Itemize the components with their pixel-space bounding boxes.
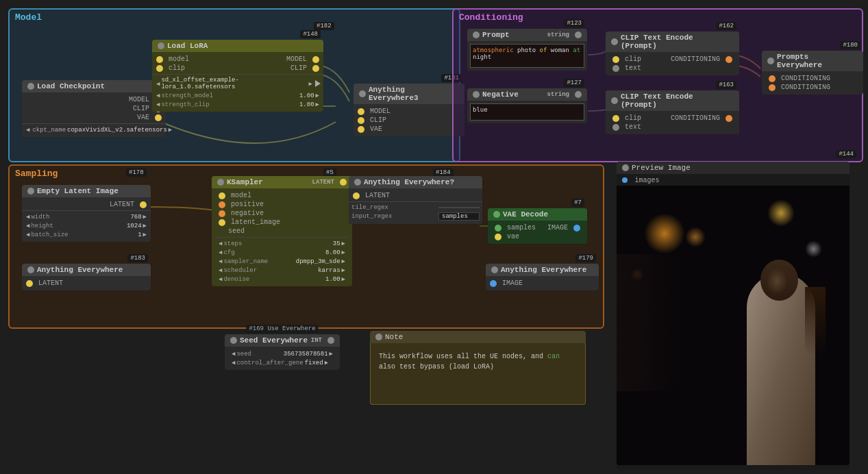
empty-latent-b-right[interactable]: ▶ xyxy=(142,231,148,238)
vae-decode-samples-port xyxy=(495,225,501,232)
load-lora-model-in-label: model xyxy=(169,55,189,63)
load-lora-sm-right[interactable]: ▶ xyxy=(314,92,321,99)
load-checkpoint-ckpt-row[interactable]: ◀ ckpt_name copaxVividXL_v2.safetensors … xyxy=(22,125,166,134)
load-lora-sc-left[interactable]: ◀ xyxy=(155,101,161,108)
preview-images-label: images xyxy=(635,177,660,184)
node-pe-id: #180 xyxy=(840,41,860,49)
ksampler-cfg-row[interactable]: ◀ cfg 8.00 ▶ xyxy=(214,248,349,257)
node-negative-textarea[interactable]: blue xyxy=(470,103,584,121)
light-1 xyxy=(644,213,685,254)
node-load-checkpoint-body: MODEL CLIP VAE ◀ ckpt_name copaxVividXL_… xyxy=(22,92,166,137)
empty-latent-b-left[interactable]: ◀ xyxy=(25,231,31,238)
node-ksampler-out-port xyxy=(340,179,347,186)
load-lora-filename-row[interactable]: ◀ sd_xl_offset_example-lora_1.0.safetens… xyxy=(152,76,323,91)
load-lora-sc-label: strength_clip xyxy=(161,101,209,108)
load-checkpoint-ckpt-left[interactable]: ◀ xyxy=(25,126,31,134)
ae-vae-image-label: IMAGE xyxy=(502,279,523,287)
ksampler-sampler-left[interactable]: ◀ xyxy=(217,258,223,265)
ksampler-den-right[interactable]: ▶ xyxy=(340,275,347,283)
empty-latent-out-port xyxy=(140,201,147,208)
ae-q-latent-port xyxy=(353,192,360,199)
load-lora-clip-in-port xyxy=(156,65,163,72)
load-lora-strength-clip-row[interactable]: ◀ strength_clip 1.00 ▶ xyxy=(152,100,323,109)
ksampler-steps-row[interactable]: ◀ steps 35 ▶ xyxy=(214,239,349,248)
empty-latent-h-right[interactable]: ▶ xyxy=(142,222,148,229)
ksampler-sched-value: karras xyxy=(318,267,340,274)
load-lora-play-btn[interactable] xyxy=(315,80,321,87)
empty-latent-w-left[interactable]: ◀ xyxy=(25,213,31,221)
pe-cond2-port xyxy=(769,84,776,91)
node-preview-images-row: images xyxy=(617,174,850,186)
ae-q-input-row[interactable]: input_regex samples xyxy=(349,212,482,221)
ae3-model-label: MODEL xyxy=(370,108,390,115)
node-preview-title: Preview Image xyxy=(632,164,691,172)
node-note: Note This workflow uses all the UE nodes… xyxy=(370,331,586,410)
load-lora-file-left[interactable]: ◀ xyxy=(155,80,161,88)
node-negative: #127 Negative string blue xyxy=(467,88,587,123)
pe-cond2-row: CONDITIONING xyxy=(765,83,860,92)
load-checkpoint-clip-label: CLIP xyxy=(133,105,149,112)
ksampler-scheduler-row[interactable]: ◀ scheduler karras ▶ xyxy=(214,266,349,275)
ksampler-steps-left[interactable]: ◀ xyxy=(217,240,223,247)
clip1-cond-out-port xyxy=(726,56,732,63)
node-clip1-id: #162 xyxy=(716,22,736,30)
ksampler-sampler-row[interactable]: ◀ sampler_name dpmpp_3m_sde ▶ xyxy=(214,257,349,266)
seed-right[interactable]: ▶ xyxy=(328,350,334,358)
model-section: Model Load Checkpoint MODEL CLIP VAE xyxy=(8,8,460,162)
empty-latent-height-row[interactable]: ◀ height 1024 ▶ xyxy=(22,221,151,230)
ksampler-den-left[interactable]: ◀ xyxy=(217,275,223,283)
ksampler-steps-value: 35 xyxy=(333,240,340,247)
sampling-section-title: Sampling xyxy=(15,169,58,179)
ksampler-den-label: denoise xyxy=(223,276,249,283)
seed-control-row[interactable]: ◀ control_after_gene fixed ▶ xyxy=(227,358,337,367)
seed-label: seed xyxy=(236,351,251,358)
ae-q-input-value[interactable]: samples xyxy=(438,212,480,221)
empty-latent-batch-row[interactable]: ◀ batch_size 1 ▶ xyxy=(22,230,151,239)
ksampler-denoise-row[interactable]: ◀ denoise 1.00 ▶ xyxy=(214,275,349,284)
vae-decode-image-out-label: IMAGE xyxy=(547,224,568,232)
load-lora-file-right[interactable]: ▶ xyxy=(308,80,314,88)
clip2-cond-out-label: CONDITIONING xyxy=(671,114,720,122)
vae-decode-samples-row: samples IMAGE xyxy=(491,223,584,232)
load-lora-sm-left[interactable]: ◀ xyxy=(155,92,161,99)
load-lora-sc-right[interactable]: ▶ xyxy=(314,101,321,108)
load-checkpoint-ckpt-right[interactable]: ▶ xyxy=(167,126,173,134)
node-ae3-indicator xyxy=(359,90,366,97)
node-seed-title: Seed Everywhere xyxy=(240,336,308,345)
ae-q-input-label: input_regex xyxy=(351,213,438,220)
ae-q-tile-value[interactable] xyxy=(438,207,480,208)
node-note-text: This workflow uses all the UE nodes, and… xyxy=(375,347,581,376)
ksampler-cfg-right[interactable]: ▶ xyxy=(340,249,347,256)
empty-latent-h-value: 1024 xyxy=(127,223,142,229)
empty-latent-h-left[interactable]: ◀ xyxy=(25,222,31,229)
woman-face xyxy=(766,268,788,295)
node-empty-latent-indicator xyxy=(27,188,34,195)
seed-left[interactable]: ◀ xyxy=(230,350,236,358)
node-note-body: This workflow uses all the UE nodes, and… xyxy=(370,343,586,405)
ksampler-sampler-right[interactable]: ▶ xyxy=(340,258,347,265)
ksampler-seed-row: seed xyxy=(214,227,349,236)
ae-q-latent-label: LATENT xyxy=(365,192,390,199)
ksampler-cfg-left[interactable]: ◀ xyxy=(217,249,223,256)
seed-ctrl-right[interactable]: ▶ xyxy=(323,359,330,366)
node-load-lora-header: Load LoRA xyxy=(152,40,323,52)
ksampler-sched-right[interactable]: ▶ xyxy=(340,266,347,274)
ksampler-sched-left[interactable]: ◀ xyxy=(217,266,223,274)
ae3-model-row: MODEL xyxy=(354,107,464,116)
ksampler-steps-right[interactable]: ▶ xyxy=(340,240,347,247)
empty-latent-b-label: batch_size xyxy=(31,232,68,238)
empty-latent-w-right[interactable]: ▶ xyxy=(142,213,148,221)
node-seed-int-label: INT xyxy=(311,337,322,344)
node-ae-vae-title: Anything Everywhere xyxy=(501,266,586,274)
seed-ctrl-left[interactable]: ◀ xyxy=(230,359,236,366)
empty-latent-width-row[interactable]: ◀ width 768 ▶ xyxy=(22,212,151,221)
load-lora-strength-model-row[interactable]: ◀ strength_model 1.00 ▶ xyxy=(152,91,323,100)
node-clip1-body: clip CONDITIONING text xyxy=(606,52,739,75)
node-load-lora-title: Load LoRA xyxy=(167,42,208,50)
seed-value-row[interactable]: ◀ seed 356735878581 ▶ xyxy=(227,349,337,358)
ae-q-tile-row[interactable]: tile_regex xyxy=(349,203,482,212)
clip1-cond-out-label: CONDITIONING xyxy=(671,55,720,63)
node-negative-indicator xyxy=(473,91,480,98)
node-prompt-textarea[interactable]: atmospheric photo of woman at night xyxy=(470,44,584,68)
clip2-cond-out-port xyxy=(726,115,732,122)
